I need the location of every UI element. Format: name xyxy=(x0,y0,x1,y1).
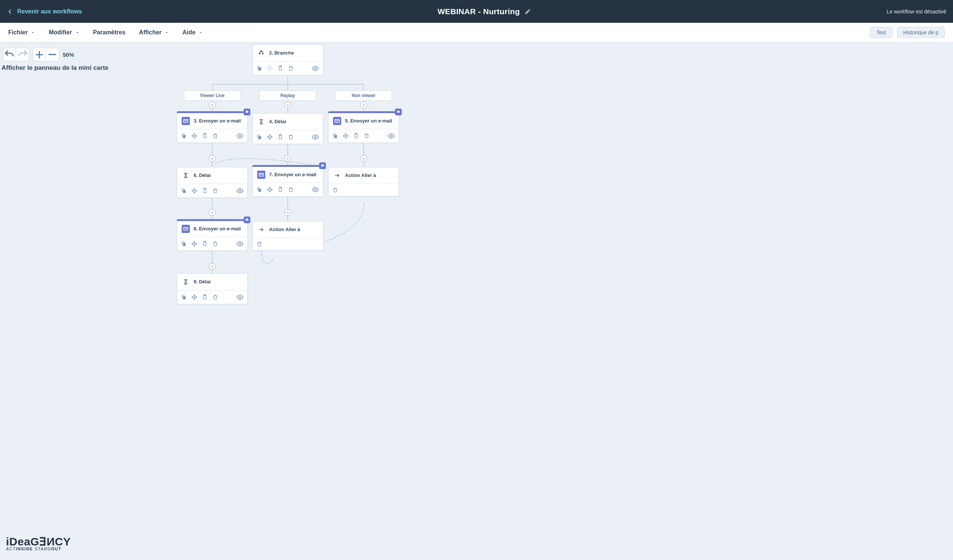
clipboard-icon[interactable] xyxy=(202,188,208,194)
svg-rect-10 xyxy=(204,133,206,134)
copy-icon[interactable] xyxy=(256,187,262,193)
copy-icon[interactable] xyxy=(256,65,262,71)
clipboard-icon[interactable] xyxy=(353,133,359,139)
svg-rect-37 xyxy=(204,295,206,295)
test-button[interactable]: Test xyxy=(870,27,892,38)
clipboard-icon[interactable] xyxy=(277,187,283,193)
svg-rect-17 xyxy=(334,135,337,138)
node-send-email-8[interactable]: 8. Envoyer un e-mail xyxy=(177,219,248,251)
add-step-button[interactable]: + xyxy=(209,209,216,216)
clipboard-icon[interactable] xyxy=(202,241,208,247)
eye-icon[interactable] xyxy=(236,187,244,195)
svg-rect-33 xyxy=(204,241,206,242)
topbar: Revenir aux workflows WEBINAR - Nurturin… xyxy=(0,0,953,23)
zoom-in-button[interactable] xyxy=(33,48,46,61)
clipboard-icon[interactable] xyxy=(277,65,283,71)
trash-icon[interactable] xyxy=(212,133,218,139)
node-delay-4[interactable]: 4. Délai xyxy=(252,113,323,144)
clipboard-icon[interactable] xyxy=(277,134,283,140)
eye-icon[interactable] xyxy=(312,133,319,141)
eye-icon[interactable] xyxy=(312,65,319,72)
branch-label-viewer-live[interactable]: Viewer Live xyxy=(184,90,241,101)
back-link[interactable]: Revenir aux workflows xyxy=(7,8,82,15)
copy-icon[interactable] xyxy=(332,133,338,139)
pencil-icon[interactable] xyxy=(524,8,531,15)
comment-icon[interactable] xyxy=(319,162,326,169)
svg-rect-14 xyxy=(279,135,281,135)
add-step-button[interactable]: + xyxy=(284,209,291,216)
node-send-email-5[interactable]: 5. Envoyer un e-mail xyxy=(328,111,399,143)
menu-aide[interactable]: Aide xyxy=(182,29,203,36)
trash-icon[interactable] xyxy=(256,241,262,247)
mail-icon xyxy=(182,117,190,125)
comment-icon[interactable] xyxy=(244,109,250,115)
hourglass-icon xyxy=(182,171,190,179)
trash-icon[interactable] xyxy=(212,294,218,300)
copy-icon[interactable] xyxy=(181,241,187,247)
add-step-button[interactable]: + xyxy=(209,102,216,108)
copy-icon[interactable] xyxy=(181,133,187,139)
clipboard-icon[interactable] xyxy=(202,133,208,139)
minimap-toggle[interactable]: Afficher le panneau de la mini carte xyxy=(2,64,109,72)
clipboard-icon[interactable] xyxy=(202,294,208,300)
move-icon[interactable] xyxy=(267,134,273,140)
add-step-button[interactable]: + xyxy=(284,155,291,162)
trash-icon[interactable] xyxy=(212,188,218,194)
move-icon[interactable] xyxy=(191,294,197,300)
zoom-out-button[interactable] xyxy=(46,48,59,61)
move-icon[interactable] xyxy=(191,188,197,194)
menu-label: Paramètres xyxy=(93,29,126,36)
node-branch[interactable]: 2. Branche xyxy=(252,45,323,76)
eye-icon[interactable] xyxy=(312,186,319,193)
move-icon[interactable] xyxy=(191,133,197,139)
zoom-level: 50% xyxy=(63,51,74,58)
node-title: Action Aller à xyxy=(345,172,376,179)
menu-fichier[interactable]: Fichier xyxy=(8,29,35,36)
canvas[interactable]: 50% Afficher le panneau de la mini carte… xyxy=(0,43,953,560)
node-goto-a[interactable]: Action Aller à xyxy=(328,167,399,196)
menu-afficher[interactable]: Afficher xyxy=(139,29,169,36)
node-send-email-7[interactable]: 7. Envoyer un e-mail xyxy=(252,165,323,197)
node-send-email-3[interactable]: 3. Envoyer un e-mail xyxy=(177,111,248,143)
node-goto-b[interactable]: Action Aller à xyxy=(252,221,323,251)
eye-icon[interactable] xyxy=(236,132,244,140)
trash-icon[interactable] xyxy=(364,133,369,139)
comment-icon[interactable] xyxy=(244,217,250,223)
logo-line2: ACTINSIDE STAИDOUT xyxy=(6,546,71,551)
history-button[interactable]: Historique de p xyxy=(897,27,945,38)
node-delay-9[interactable]: 9. Délai xyxy=(177,273,248,304)
comment-icon[interactable] xyxy=(395,109,402,115)
caret-down-icon xyxy=(31,30,35,35)
node-delay-6[interactable]: 6. Délai xyxy=(177,167,248,198)
branch-label-non-viewer[interactable]: Non viewer xyxy=(335,90,392,101)
copy-icon[interactable] xyxy=(181,294,187,300)
eye-icon[interactable] xyxy=(388,132,395,140)
trash-icon[interactable] xyxy=(288,134,294,140)
eye-icon[interactable] xyxy=(236,294,244,301)
copy-icon[interactable] xyxy=(256,134,262,140)
trash-icon[interactable] xyxy=(288,187,294,193)
add-step-button[interactable]: + xyxy=(209,263,216,270)
add-step-button[interactable]: + xyxy=(209,155,216,162)
branch-label-replay[interactable]: Replay xyxy=(259,90,316,101)
menu-parametres[interactable]: Paramètres xyxy=(93,29,126,36)
add-step-button[interactable]: + xyxy=(360,102,367,108)
svg-point-38 xyxy=(239,296,241,298)
undo-button[interactable] xyxy=(3,48,16,61)
move-icon[interactable] xyxy=(343,133,349,139)
add-step-button[interactable]: + xyxy=(284,102,291,108)
copy-icon[interactable] xyxy=(181,188,187,194)
hourglass-icon xyxy=(257,118,265,126)
trash-icon[interactable] xyxy=(288,65,294,71)
mail-icon xyxy=(182,225,190,233)
trash-icon[interactable] xyxy=(332,187,338,193)
add-step-button[interactable]: + xyxy=(360,155,367,162)
move-icon[interactable] xyxy=(191,241,197,247)
eye-icon[interactable] xyxy=(236,240,244,248)
move-icon[interactable] xyxy=(267,187,273,193)
trash-icon[interactable] xyxy=(212,241,218,247)
menu-modifier[interactable]: Modifier xyxy=(48,29,79,36)
node-title: 3. Envoyer un e-mail xyxy=(194,118,241,124)
logo: iDeaGƎИCY ACTINSIDE STAИDOUT xyxy=(6,535,71,551)
svg-rect-22 xyxy=(204,189,206,193)
